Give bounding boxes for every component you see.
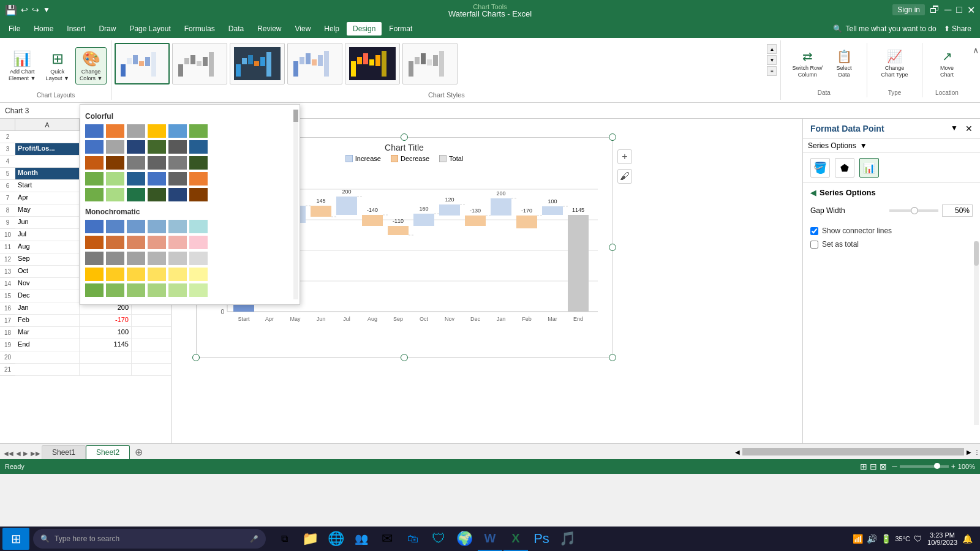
- grid-cell[interactable]: [15, 156, 80, 167]
- switch-row-column-button[interactable]: ⇄ Switch Row/Column: [788, 47, 826, 81]
- color-swatch[interactable]: [85, 283, 104, 297]
- color-swatch[interactable]: [148, 220, 166, 233]
- color-swatch[interactable]: [148, 283, 166, 297]
- series-options-bar[interactable]: Series Options ▼: [803, 139, 980, 153]
- color-swatch[interactable]: [127, 236, 145, 249]
- bar-chart-icon-tab[interactable]: 📊: [859, 158, 879, 178]
- menu-page-layout[interactable]: Page Layout: [123, 22, 176, 36]
- chart-style-3[interactable]: [230, 43, 285, 84]
- color-swatch[interactable]: [106, 220, 124, 233]
- quick-layout-button[interactable]: ⊞ QuickLayout ▼: [42, 48, 72, 84]
- zoom-out-btn[interactable]: ─: [892, 462, 897, 471]
- page-layout-btn[interactable]: ⊟: [870, 462, 877, 471]
- menu-file[interactable]: File: [2, 22, 26, 36]
- battery-icon[interactable]: 🔋: [881, 534, 891, 544]
- grid-cell[interactable]: May: [15, 204, 80, 216]
- grid-cell[interactable]: 100: [80, 327, 132, 339]
- grid-cell[interactable]: Nov: [15, 278, 80, 290]
- grid-cell[interactable]: [80, 364, 132, 375]
- zoom-in-btn[interactable]: +: [951, 462, 956, 471]
- taskbar-photoshop[interactable]: Ps: [529, 527, 554, 551]
- chart-handle-br[interactable]: [609, 354, 616, 361]
- task-view-btn[interactable]: ⧉: [272, 527, 296, 551]
- color-swatch[interactable]: [189, 268, 208, 281]
- color-swatch[interactable]: [106, 140, 124, 154]
- sheet-tab-2[interactable]: Sheet2: [86, 445, 130, 459]
- color-swatch[interactable]: [127, 140, 145, 154]
- menu-help[interactable]: Help: [318, 22, 345, 36]
- color-swatch[interactable]: [106, 283, 124, 297]
- add-sheet-button[interactable]: ⊕: [130, 445, 148, 459]
- gallery-nav[interactable]: ▲ ▼ ≡: [766, 43, 778, 77]
- color-swatch[interactable]: [85, 268, 104, 281]
- grid-cell[interactable]: Jan: [15, 302, 80, 314]
- scroll-track[interactable]: [742, 448, 964, 455]
- color-swatch[interactable]: [106, 188, 124, 201]
- color-swatch[interactable]: [106, 236, 124, 249]
- notification-icon[interactable]: 🔔: [962, 534, 973, 544]
- color-swatch[interactable]: [127, 220, 145, 233]
- month-header[interactable]: Month: [15, 168, 80, 179]
- maximize-icon[interactable]: □: [956, 4, 962, 15]
- grid-cell[interactable]: [80, 351, 132, 363]
- gap-width-input[interactable]: [942, 204, 973, 217]
- taskbar-explorer[interactable]: 📁: [298, 527, 322, 551]
- color-swatch[interactable]: [106, 156, 124, 170]
- color-swatch[interactable]: [148, 124, 166, 138]
- color-swatch[interactable]: [168, 172, 187, 186]
- chart-style-button[interactable]: 🖌: [617, 169, 632, 184]
- color-swatch[interactable]: [85, 124, 104, 138]
- color-swatch[interactable]: [127, 188, 145, 201]
- color-swatch[interactable]: [106, 252, 124, 265]
- name-box[interactable]: Chart 3: [0, 105, 86, 116]
- scroll-thumb[interactable]: [742, 448, 964, 455]
- taskbar-word[interactable]: W: [478, 527, 502, 551]
- gallery-up[interactable]: ▲: [767, 44, 777, 54]
- grid-cell[interactable]: Start: [15, 180, 80, 192]
- grid-cell[interactable]: [15, 131, 80, 143]
- gap-width-controls[interactable]: [889, 204, 973, 217]
- color-swatch[interactable]: [148, 268, 166, 281]
- scroll-right-btn[interactable]: ▶: [967, 449, 971, 455]
- page-break-btn[interactable]: ⊠: [880, 462, 887, 471]
- color-swatch[interactable]: [189, 156, 208, 170]
- sheet-tab-1[interactable]: Sheet1: [42, 445, 86, 459]
- grid-cell[interactable]: Jun: [15, 217, 80, 228]
- add-chart-element-button[interactable]: 📊 Add ChartElement ▼: [5, 48, 39, 84]
- color-swatch[interactable]: [168, 140, 187, 154]
- grid-cell[interactable]: Jul: [15, 229, 80, 241]
- shape-icon-tab[interactable]: ⬟: [835, 158, 854, 178]
- chart-style-2[interactable]: [172, 43, 227, 84]
- series-options-dropdown[interactable]: ▼: [860, 141, 867, 150]
- taskbar-search[interactable]: 🔍 Type here to search 🎤: [33, 529, 266, 549]
- color-swatch[interactable]: [127, 124, 145, 138]
- gallery-expand[interactable]: ≡: [767, 66, 777, 76]
- change-chart-type-button[interactable]: 📈 ChangeChart Type: [878, 47, 912, 81]
- color-swatch[interactable]: [127, 156, 145, 170]
- color-swatch[interactable]: [148, 156, 166, 170]
- color-swatch[interactable]: [148, 252, 166, 265]
- menu-formulas[interactable]: Formulas: [178, 22, 221, 36]
- chart-style-4[interactable]: [287, 43, 342, 84]
- chart-style-6[interactable]: [402, 43, 458, 84]
- share-button[interactable]: ⬆ Share: [938, 22, 978, 36]
- volume-icon[interactable]: 🔊: [867, 534, 877, 544]
- taskbar-excel[interactable]: X: [503, 527, 528, 551]
- panel-scrollbar[interactable]: [974, 241, 979, 425]
- gallery-down[interactable]: ▼: [767, 55, 777, 65]
- clock-date[interactable]: 3:23 PM 10/9/2023: [927, 531, 957, 546]
- taskbar-edge[interactable]: 🌐: [323, 527, 348, 551]
- grid-cell[interactable]: Feb: [15, 315, 80, 326]
- change-colors-button[interactable]: 🎨 ChangeColors ▼: [75, 47, 107, 85]
- chart-add-element-button[interactable]: +: [617, 149, 632, 164]
- color-swatch[interactable]: [148, 188, 166, 201]
- color-swatch[interactable]: [85, 172, 104, 186]
- menu-view[interactable]: View: [289, 22, 317, 36]
- customize-icon[interactable]: ▼: [43, 6, 50, 14]
- color-swatch[interactable]: [85, 188, 104, 201]
- restore-icon[interactable]: 🗗: [930, 4, 940, 15]
- menu-insert[interactable]: Insert: [61, 22, 91, 36]
- connector-lines-checkbox[interactable]: [810, 227, 818, 235]
- save-icon[interactable]: 💾: [5, 4, 17, 16]
- sheet-scroll-left[interactable]: ◀◀: [2, 448, 15, 459]
